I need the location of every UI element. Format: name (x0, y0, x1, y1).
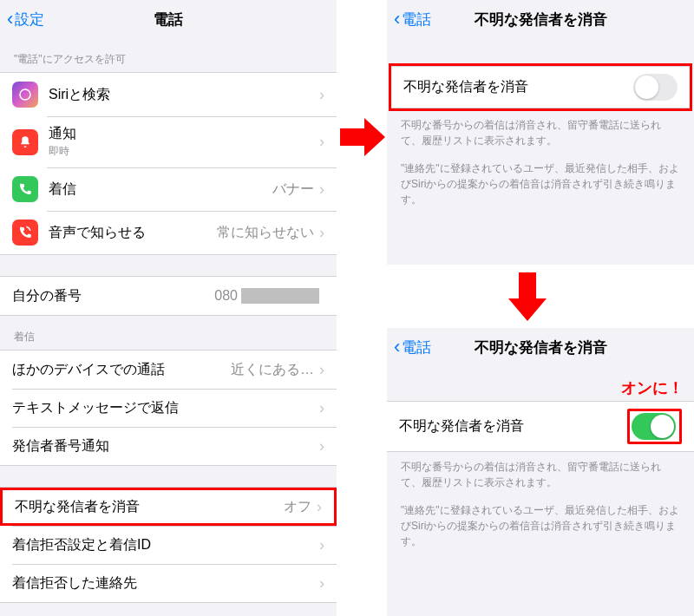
chevron-left-icon: ‹ (7, 10, 13, 29)
chevron-left-icon: ‹ (394, 337, 400, 357)
chevron-right-icon: › (319, 180, 324, 199)
row-value: バナー (181, 180, 314, 199)
row-siri[interactable]: Siriと検索 › (0, 73, 337, 116)
masked-number (241, 288, 319, 304)
row-value: 近くにある… (165, 361, 314, 379)
row-label: 音声で知らせる (49, 224, 181, 242)
footer-text-1: 不明な番号からの着信は消音され、留守番電話に送られて、履歴リストに表示されます。 (387, 452, 694, 490)
group-toggle: 不明な発信者を消音 (387, 401, 694, 452)
chevron-right-icon: › (319, 399, 324, 417)
group-access: Siriと検索 › 通知 即時 › 着信 バナー › 音声で知らせる (0, 72, 337, 255)
back-label: 電話 (402, 10, 431, 29)
chevron-right-icon: › (319, 437, 324, 455)
row-announce[interactable]: 音声で知らせる 常に知らせない › (0, 211, 337, 254)
back-label: 電話 (402, 337, 431, 357)
group-my-number: 自分の番号 080 (0, 276, 337, 316)
back-button[interactable]: ‹ 設定 (0, 10, 44, 29)
chevron-right-icon: › (319, 133, 324, 151)
annotation-on-label: オンに！ (621, 377, 684, 398)
chevron-left-icon: ‹ (394, 10, 400, 29)
row-label: 着信拒否した連絡先 (12, 574, 137, 593)
row-label: Siriと検索 (49, 86, 319, 104)
chevron-right-icon: › (319, 86, 324, 104)
row-caller-id[interactable]: 発信者番号通知 › (0, 427, 337, 465)
page-title: 電話 (154, 10, 183, 29)
chevron-right-icon: › (319, 361, 324, 379)
silence-screen-off: ‹ 電話 不明な発信者を消音 不明な発信者を消音 不明な番号からの着信は消音され… (387, 0, 694, 265)
row-other-devices[interactable]: ほかのデバイスでの通話 近くにある… › (0, 351, 337, 389)
row-label: 不明な発信者を消音 (15, 498, 140, 516)
group-toggle: 不明な発信者を消音 (391, 66, 690, 108)
row-my-number[interactable]: 自分の番号 080 (0, 277, 337, 315)
footer-text-2: "連絡先"に登録されているユーザ、最近発信した相手、およびSiriからの提案から… (387, 490, 694, 549)
row-notifications[interactable]: 通知 即時 › (0, 116, 337, 167)
navbar: ‹ 設定 電話 (0, 0, 337, 38)
section-header-access: "電話"にアクセスを許可 (0, 38, 337, 72)
phone-settings-screen: ‹ 設定 電話 "電話"にアクセスを許可 Siriと検索 › 通知 即時 › (0, 0, 337, 616)
arrow-down-icon (503, 271, 552, 324)
row-silence-unknown[interactable]: 不明な発信者を消音 オフ › (0, 488, 337, 526)
toggle-switch-off[interactable] (633, 74, 678, 101)
row-label: テキストメッセージで返信 (12, 399, 179, 417)
row-label: 発信者番号通知 (12, 437, 109, 455)
phone-icon (12, 176, 38, 202)
navbar: ‹ 電話 不明な発信者を消音 (387, 0, 694, 38)
row-incoming[interactable]: 着信 バナー › (0, 167, 337, 211)
section-header-incoming: 着信 (0, 316, 337, 350)
highlight-box (627, 409, 682, 444)
row-blocked-contacts[interactable]: 着信拒否した連絡先 › (0, 564, 337, 602)
row-label: ほかのデバイスでの通話 (12, 361, 165, 379)
row-text-reply[interactable]: テキストメッセージで返信 › (0, 389, 337, 427)
row-label: 着信 (49, 180, 181, 199)
row-value: 常に知らせない (181, 224, 314, 242)
bell-icon (12, 129, 38, 155)
row-value: 080 (82, 288, 319, 305)
row-value: オフ (140, 498, 311, 516)
row-block-settings[interactable]: 着信拒否設定と着信ID › (0, 526, 337, 564)
row-silence-toggle[interactable]: 不明な発信者を消音 (391, 67, 690, 108)
voice-icon (12, 220, 38, 246)
back-button[interactable]: ‹ 電話 (387, 337, 431, 357)
row-label: 不明な発信者を消音 (403, 78, 528, 96)
page-title: 不明な発信者を消音 (475, 337, 607, 357)
chevron-right-icon: › (319, 574, 324, 593)
row-label: 通知 (49, 125, 319, 143)
group-silence: 不明な発信者を消音 オフ › 着信拒否設定と着信ID › 着信拒否した連絡先 › (0, 487, 337, 603)
number-prefix: 080 (214, 288, 238, 303)
highlight-box: 不明な発信者を消音 (389, 63, 692, 111)
footer-text-2: "連絡先"に登録されているユーザ、最近発信した相手、およびSiriからの提案から… (387, 148, 694, 207)
toggle-switch-on[interactable] (632, 413, 676, 440)
svg-point-0 (20, 89, 30, 100)
footer-text-1: 不明な番号からの着信は消音され、留守番電話に送られて、履歴リストに表示されます。 (387, 110, 694, 148)
siri-icon (12, 82, 38, 108)
row-subtitle: 即時 (49, 144, 319, 159)
row-label: 自分の番号 (12, 287, 82, 305)
chevron-right-icon: › (319, 224, 324, 242)
silence-screen-on: ‹ 電話 不明な発信者を消音 オンに！ 不明な発信者を消音 不明な番号からの着信… (387, 328, 694, 616)
page-title: 不明な発信者を消音 (475, 10, 607, 29)
group-incoming: ほかのデバイスでの通話 近くにある… › テキストメッセージで返信 › 発信者番… (0, 350, 337, 466)
row-silence-toggle[interactable]: 不明な発信者を消音 (387, 402, 694, 451)
chevron-right-icon: › (319, 536, 324, 554)
row-label: 着信拒否設定と着信ID (12, 536, 151, 554)
chevron-right-icon: › (317, 498, 322, 516)
arrow-right-icon (338, 113, 387, 161)
navbar: ‹ 電話 不明な発信者を消音 (387, 328, 694, 366)
row-label: 不明な発信者を消音 (399, 417, 524, 436)
back-button[interactable]: ‹ 電話 (387, 10, 431, 29)
back-label: 設定 (15, 10, 44, 29)
